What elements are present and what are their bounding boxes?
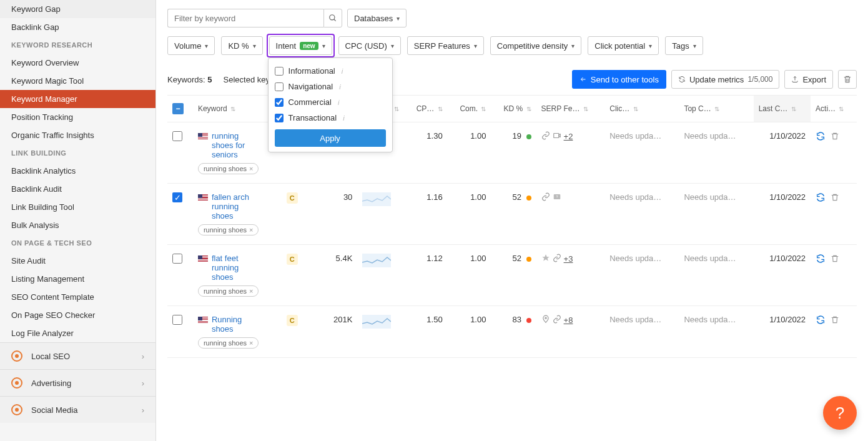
sidebar-bottom-advertising[interactable]: Advertising› — [0, 369, 155, 396]
sidebar-item-keyword-manager[interactable]: Keyword Manager — [0, 90, 155, 108]
table-row: flat feet running shoesrunning shoes ×C5… — [167, 245, 857, 306]
refresh-row-button[interactable] — [816, 192, 826, 204]
update-metrics-button[interactable]: Update metrics 1/5,000 — [671, 70, 779, 89]
refresh-row-button[interactable] — [816, 315, 826, 327]
checkbox[interactable] — [275, 82, 284, 91]
tag-chip[interactable]: running shoes × — [198, 224, 259, 235]
keyword-link[interactable]: running shoes for seniors — [212, 131, 262, 159]
export-button[interactable]: Export — [784, 70, 833, 89]
row-checkbox[interactable] — [172, 315, 182, 325]
row-checkbox[interactable]: ✓ — [172, 192, 182, 202]
column-header[interactable]: SERP Fe… ⇅ — [536, 96, 605, 122]
sidebar-item-backlink-gap[interactable]: Backlink Gap — [0, 18, 155, 36]
column-header[interactable]: Clic… ⇅ — [604, 96, 679, 122]
intent-option-transactional[interactable]: Transactionali — [275, 110, 386, 126]
filter-tags[interactable]: Tags▾ — [665, 36, 703, 55]
com-cell: 1.00 — [448, 306, 491, 358]
row-checkbox[interactable] — [172, 131, 182, 141]
column-header[interactable]: Com. ⇅ — [448, 96, 491, 122]
link-icon — [541, 192, 550, 203]
sidebar-item-link-building-tool[interactable]: Link Building Tool — [0, 198, 155, 216]
sidebar-item-position-tracking[interactable]: Position Tracking — [0, 108, 155, 126]
click-cell: Needs upda… — [604, 122, 679, 184]
sort-icon: ⇅ — [633, 106, 638, 112]
sidebar-bottom-local-seo[interactable]: Local SEO› — [0, 342, 155, 369]
remove-tag-icon[interactable]: × — [249, 165, 253, 172]
sidebar-item-organic-traffic-insights[interactable]: Organic Traffic Insights — [0, 126, 155, 144]
target-icon — [11, 350, 22, 362]
intent-option-navigational[interactable]: Navigationali — [275, 79, 386, 94]
remove-tag-icon[interactable]: × — [249, 339, 253, 347]
sidebar-item-keyword-magic-tool[interactable]: Keyword Magic Tool — [0, 72, 155, 90]
intent-option-informational[interactable]: Informationali — [275, 63, 386, 79]
filter-keyword-input[interactable] — [167, 9, 323, 27]
sidebar-item-keyword-gap[interactable]: Keyword Gap — [0, 0, 155, 18]
column-header[interactable]: − — [167, 96, 193, 122]
filter-click[interactable]: Click potential▾ — [588, 36, 659, 55]
tag-chip[interactable]: running shoes × — [198, 285, 259, 297]
filter-volume[interactable]: Volume▾ — [167, 36, 215, 55]
delete-row-button[interactable] — [831, 132, 839, 142]
filter-serp[interactable]: SERP Features▾ — [407, 36, 484, 55]
refresh-row-button[interactable] — [816, 131, 826, 143]
intent-option-commercial[interactable]: Commerciali — [275, 94, 386, 110]
remove-tag-icon[interactable]: × — [249, 287, 253, 295]
delete-row-button[interactable] — [831, 315, 839, 326]
column-header[interactable]: KD % ⇅ — [491, 96, 536, 122]
tag-chip[interactable]: running shoes × — [198, 163, 259, 174]
top-cell: Needs upda… — [679, 306, 753, 358]
cpc-cell: 1.50 — [404, 306, 448, 358]
sidebar-item-backlink-analytics[interactable]: Backlink Analytics — [0, 162, 155, 180]
send-to-tools-button[interactable]: Send to other tools — [572, 70, 666, 89]
us-flag-icon — [198, 255, 208, 262]
sidebar-item-bulk-analysis[interactable]: Bulk Analysis — [0, 216, 155, 234]
delete-row-button[interactable] — [831, 254, 839, 265]
refresh-row-button[interactable] — [816, 254, 826, 265]
filter-competitive[interactable]: Competitive density▾ — [490, 36, 581, 55]
delete-row-button[interactable] — [831, 193, 839, 204]
ad-icon: ? — [553, 192, 561, 203]
top-cell: Needs upda… — [679, 245, 753, 306]
volume-cell: 201K — [323, 306, 358, 358]
delete-button[interactable] — [838, 70, 857, 89]
sidebar-item-backlink-audit[interactable]: Backlink Audit — [0, 180, 155, 198]
chevron-down-icon: ▾ — [397, 15, 400, 22]
us-flag-icon — [198, 317, 208, 324]
sidebar-item-keyword-overview[interactable]: Keyword Overview — [0, 54, 155, 72]
sidebar-item-listing-management[interactable]: Listing Management — [0, 270, 155, 288]
intent-apply-button[interactable]: Apply — [275, 129, 386, 147]
search-button[interactable] — [323, 9, 342, 27]
tag-chip[interactable]: running shoes × — [198, 337, 259, 349]
master-checkbox[interactable]: − — [172, 103, 184, 114]
column-header[interactable]: CP… ⇅ — [404, 96, 448, 122]
kd-cell: 83 — [491, 306, 536, 358]
sidebar-section-onpage: ON PAGE & TECH SEO — [0, 234, 155, 252]
databases-dropdown[interactable]: Databases▾ — [347, 9, 407, 27]
serp-more-link[interactable]: +8 — [564, 315, 573, 325]
row-checkbox[interactable] — [172, 254, 182, 264]
sort-icon: ⇅ — [230, 106, 235, 112]
keyword-link[interactable]: fallen arch running shoes — [212, 192, 262, 220]
checkbox[interactable] — [275, 98, 284, 107]
sidebar-bottom-social-media[interactable]: Social Media› — [0, 396, 155, 423]
column-header[interactable]: Acti… ⇅ — [811, 96, 857, 122]
keyword-link[interactable]: Running shoes — [212, 315, 262, 334]
remove-tag-icon[interactable]: × — [249, 226, 253, 234]
sidebar-item-site-audit[interactable]: Site Audit — [0, 252, 155, 270]
cpc-cell: 1.30 — [404, 122, 448, 184]
keyword-link[interactable]: flat feet running shoes — [212, 254, 262, 282]
checkbox[interactable] — [275, 67, 284, 76]
filter-intent[interactable]: Intent new ▾ — [269, 36, 332, 55]
filter-cpc[interactable]: CPC (USD)▾ — [338, 36, 401, 55]
sidebar-item-seo-content-template[interactable]: SEO Content Template — [0, 288, 155, 306]
serp-more-link[interactable]: +2 — [564, 132, 573, 141]
serp-more-link[interactable]: +3 — [564, 254, 573, 264]
sidebar-item-on-page-seo-checker[interactable]: On Page SEO Checker — [0, 306, 155, 324]
column-header[interactable]: Last C… ⇅ — [754, 96, 811, 122]
filter-kd[interactable]: KD %▾ — [221, 36, 262, 55]
sidebar-item-log-file-analyzer[interactable]: Log File Analyzer — [0, 324, 155, 342]
last-checked-cell: 1/10/2022 — [754, 122, 811, 184]
checkbox[interactable] — [275, 114, 284, 122]
help-fab[interactable]: ? — [823, 396, 857, 430]
column-header[interactable]: Top C… ⇅ — [679, 96, 753, 122]
